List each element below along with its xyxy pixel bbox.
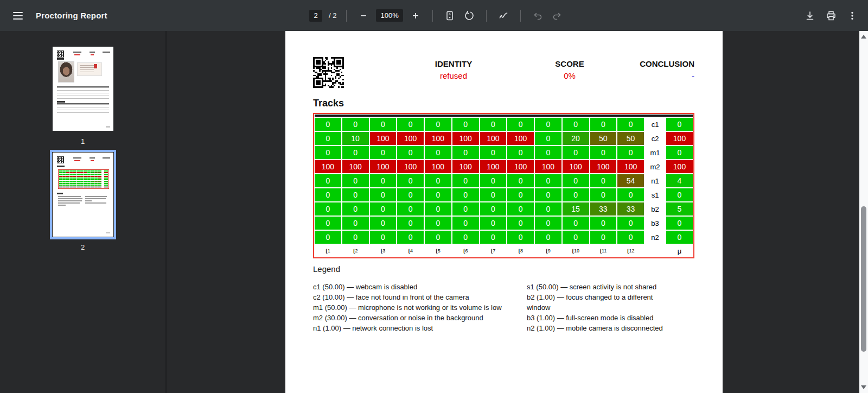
mini-track-cell [104, 176, 108, 177]
scroll-down-arrow-icon[interactable] [861, 385, 866, 389]
track-time-label: t2 [342, 245, 369, 257]
track-cell: 0 [315, 188, 341, 201]
track-cell: 0 [425, 231, 451, 244]
track-cell: 0 [617, 146, 644, 159]
mini-track-cell [98, 170, 101, 172]
mini-track-cell [59, 181, 62, 182]
thumbnail-page-2[interactable]: 2 [50, 145, 116, 251]
mini-track-cell [91, 176, 94, 177]
track-time-label: t10 [563, 245, 589, 257]
vertical-scrollbar[interactable] [859, 31, 868, 393]
page-number-input[interactable] [309, 10, 322, 22]
track-cell: 0 [563, 146, 589, 159]
undo-icon [531, 9, 545, 23]
track-cell: 0 [342, 146, 369, 159]
mini-track-cell [84, 179, 87, 180]
mini-track-cell [59, 170, 62, 172]
mini-track-cell [69, 176, 73, 177]
mini-track-cell [102, 183, 104, 184]
track-cell: 0 [563, 217, 589, 230]
score-label: SCORE [529, 59, 610, 68]
menu-icon[interactable] [13, 12, 23, 20]
mini-track-cell [91, 181, 94, 182]
scrollbar-thumb[interactable] [861, 206, 866, 352]
mini-track-cell [73, 183, 76, 184]
zoom-out-button[interactable] [356, 9, 371, 23]
mini-track-cell [84, 183, 87, 184]
mini-track-cell [84, 186, 87, 188]
mini-track-cell [66, 183, 69, 184]
legend-item: b3 (1.00) — full-screen mode is disabled [527, 313, 674, 323]
scroll-up-arrow-icon[interactable] [861, 35, 866, 39]
mini-track-cell [84, 176, 87, 177]
mini-track-cell [87, 178, 91, 179]
zoom-level[interactable]: 100% [376, 9, 403, 22]
mini-track-cell [76, 183, 80, 184]
print-icon[interactable] [824, 9, 838, 23]
mini-track-cell [87, 172, 91, 173]
track-cell: 0 [425, 202, 451, 215]
mini-track-cell [104, 185, 108, 186]
track-cell: 0 [342, 202, 369, 215]
track-cell: 100 [507, 160, 534, 173]
track-cell: 100 [425, 132, 451, 145]
track-cell: 0 [452, 188, 479, 201]
track-cell: 54 [617, 174, 644, 187]
zoom-in-button[interactable] [409, 9, 423, 23]
more-options-icon[interactable] [845, 9, 859, 23]
track-cell: 100 [480, 132, 507, 145]
mini-track-cell [87, 181, 91, 182]
track-cell: 0 [590, 217, 617, 230]
mini-track-cell [102, 185, 104, 186]
track-cell: 0 [342, 174, 369, 187]
track-cell: 0 [425, 146, 451, 159]
mini-track-cell [76, 176, 80, 177]
track-footer-spacer [645, 245, 665, 257]
track-cell: 0 [370, 188, 397, 201]
fit-to-page-icon[interactable] [443, 9, 457, 23]
track-cell: 0 [397, 146, 424, 159]
track-cell: 100 [397, 132, 424, 145]
rotate-icon[interactable] [462, 9, 476, 23]
mini-track-cell [62, 172, 66, 173]
mini-track-cell [98, 181, 101, 182]
mini-track-cell [91, 174, 94, 175]
track-cell: 20 [563, 132, 589, 145]
legend-left-column: c1 (50.00) — webcam is disabledc2 (10.00… [313, 282, 527, 333]
mini-track-cell [76, 172, 80, 173]
mini-id-card [77, 62, 102, 76]
mini-track-cell [91, 179, 94, 180]
download-icon[interactable] [803, 9, 817, 23]
track-mean-cell: 5 [666, 202, 693, 215]
mini-track-cell [73, 176, 76, 177]
mini-track-cell [69, 179, 73, 180]
mini-track-cell [94, 170, 98, 172]
mini-track-cell [94, 176, 98, 177]
mini-track-cell [98, 172, 101, 173]
track-cell: 0 [535, 188, 561, 201]
track-row-label: n1 [645, 174, 665, 187]
pdf-viewer-canvas[interactable]: IDENTITY refused SCORE 0% CONCLUSION - T… [167, 31, 859, 393]
annotate-icon[interactable] [496, 9, 510, 23]
legend-right-column: s1 (50.00) — screen activity is not shar… [527, 282, 674, 333]
mini-webcam-photo [58, 61, 74, 83]
track-time-label: t3 [370, 245, 397, 257]
track-cell: 0 [397, 188, 424, 201]
legend-item: b2 (1.00) — focus changed to a different… [527, 292, 674, 313]
mini-track-cell [76, 174, 80, 175]
tracks-table-grid: 000000000000c100101001001001001001000205… [315, 118, 693, 257]
mini-track-cell [102, 172, 104, 173]
track-cell: 0 [507, 188, 534, 201]
mini-track-cell [73, 179, 76, 180]
thumbnail-page-1[interactable]: 1 [50, 31, 116, 145]
mini-qr-icon [57, 156, 64, 163]
track-cell: 0 [315, 202, 341, 215]
track-cell: 50 [617, 132, 644, 145]
document-title: Proctoring Report [36, 11, 107, 20]
mini-track-cell [62, 174, 66, 175]
mini-track-cell [66, 172, 69, 173]
mini-track-cell [94, 172, 98, 173]
mini-track-cell [102, 186, 104, 188]
mini-track-cell [91, 186, 94, 188]
track-cell: 0 [397, 174, 424, 187]
